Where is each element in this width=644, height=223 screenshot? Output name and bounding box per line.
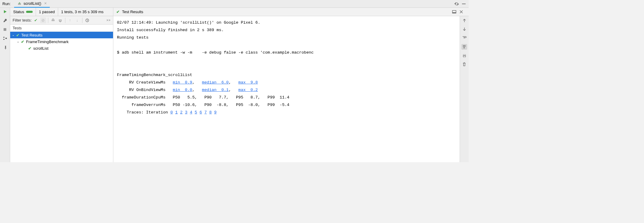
trace-link[interactable]: 0 xyxy=(170,110,173,115)
left-gutter xyxy=(0,8,10,162)
results-title: Test Results xyxy=(122,10,143,14)
svg-rect-11 xyxy=(464,56,465,57)
trace-link[interactable]: 4 xyxy=(190,110,192,115)
metric-label: RV CreateViewMs xyxy=(129,80,166,85)
stop-icon[interactable] xyxy=(3,28,7,31)
trace-link[interactable]: 9 xyxy=(214,110,216,115)
pin-icon[interactable] xyxy=(3,45,7,49)
close-panel-icon[interactable] xyxy=(459,10,463,14)
trace-link[interactable]: 1 xyxy=(175,110,177,115)
trace-link[interactable]: 5 xyxy=(195,110,197,115)
prev-fail-icon[interactable]: ↑ xyxy=(67,17,73,23)
wrench-icon[interactable] xyxy=(3,19,7,23)
overflow-icon[interactable]: >> xyxy=(106,19,111,22)
scroll-down-icon[interactable] xyxy=(462,27,467,31)
minimize-icon[interactable] xyxy=(461,1,466,6)
traces-label: Traces: Iteration xyxy=(127,110,168,115)
android-icon xyxy=(17,1,22,6)
link-median[interactable]: median 0.1 xyxy=(202,88,229,92)
check-icon: ✔ xyxy=(116,10,120,14)
trace-link[interactable]: 8 xyxy=(209,110,212,115)
metric-label: RV OnBindViewMs xyxy=(129,88,166,92)
status-cell: Status xyxy=(10,8,36,16)
center: Status 1 passed 1 tests, 3 m 35 s 309 ms… xyxy=(10,8,469,162)
link-median[interactable]: median 6.0 xyxy=(202,80,229,85)
show-passed-icon[interactable]: ✔ xyxy=(33,17,39,23)
tree-panel: Filter tests: ✔ ⊘ ↑ ↓ xyxy=(10,16,113,162)
status-pill-icon xyxy=(26,11,33,13)
status-bar: Status 1 passed 1 tests, 3 m 35 s 309 ms… xyxy=(10,8,469,16)
tab-title: scrollList() xyxy=(23,1,41,6)
run-label: Run: xyxy=(2,1,10,6)
console-line: $ adb shell am instrument -w -m -e debug… xyxy=(117,50,314,55)
run-icon[interactable] xyxy=(3,10,7,14)
chevron-down-icon[interactable]: ⌄ xyxy=(12,33,14,37)
passed-cell: 1 passed xyxy=(36,8,58,16)
next-fail-icon[interactable]: ↓ xyxy=(74,17,80,23)
titlebar: Run: scrollList() ✕ xyxy=(0,0,469,8)
trace-link[interactable]: 6 xyxy=(200,110,202,115)
tree-header: Tests xyxy=(10,25,113,32)
link-min[interactable]: min 0.0 xyxy=(173,88,192,92)
status-label: Status xyxy=(13,10,24,14)
layout-icon[interactable] xyxy=(3,36,7,40)
soft-wrap-icon[interactable] xyxy=(462,35,467,40)
check-icon: ✔ xyxy=(28,46,31,51)
metric-row: frameDurationCpuMs P50 5.5, P90 7.7, P95… xyxy=(117,95,289,100)
test-summary: 1 tests, 3 m 35 s 309 ms xyxy=(61,10,104,14)
metric-row: frameOverrunMs P50 -10.6, P90 -8.8, P95 … xyxy=(117,103,289,107)
svg-rect-1 xyxy=(462,4,466,4)
status-left: Status 1 passed 1 tests, 3 m 35 s 309 ms xyxy=(10,8,113,16)
passed-count: 1 passed xyxy=(39,10,55,14)
svg-rect-3 xyxy=(3,37,4,38)
collapse-all-icon[interactable] xyxy=(57,17,63,23)
filter-toolbar: Filter tests: ✔ ⊘ ↑ ↓ xyxy=(10,16,113,25)
close-icon[interactable]: ✕ xyxy=(44,1,47,5)
svg-rect-0 xyxy=(18,4,21,5)
tree-row-test[interactable]: ✔ scrollList xyxy=(10,45,113,51)
link-max[interactable]: max 0.2 xyxy=(238,88,258,92)
link-max[interactable]: max 9.8 xyxy=(238,80,258,85)
scroll-up-icon[interactable] xyxy=(462,19,467,23)
link-min[interactable]: min 0.9 xyxy=(173,80,192,85)
body: Filter tests: ✔ ⊘ ↑ ↓ xyxy=(10,16,469,162)
right-gutter xyxy=(460,16,469,162)
trace-link[interactable]: 2 xyxy=(180,110,183,115)
summary-cell: 1 tests, 3 m 35 s 309 ms xyxy=(58,8,113,16)
expand-all-icon[interactable] xyxy=(50,17,56,23)
tree-row-root[interactable]: ⌄ ✔ Test Results xyxy=(10,32,113,38)
trash-icon[interactable] xyxy=(462,62,466,66)
gear-icon[interactable] xyxy=(454,1,459,6)
tree-test-label: scrollList xyxy=(33,46,49,51)
svg-rect-7 xyxy=(452,12,456,13)
history-icon[interactable] xyxy=(84,17,90,23)
tree-root-label: Test Results xyxy=(21,33,43,37)
chevron-down-icon[interactable]: ⌄ xyxy=(17,40,19,43)
print-icon[interactable] xyxy=(462,54,467,58)
trace-link[interactable]: 3 xyxy=(185,110,187,115)
main: Status 1 passed 1 tests, 3 m 35 s 309 ms… xyxy=(0,8,469,162)
svg-rect-2 xyxy=(4,28,6,31)
svg-rect-9 xyxy=(463,54,466,55)
bench-name: FrameTimingBenchmark_scrollList xyxy=(117,73,192,77)
status-right: ✔ Test Results xyxy=(113,10,469,14)
show-ignored-icon[interactable]: ⊘ xyxy=(40,17,46,23)
run-config-tab[interactable]: scrollList() ✕ xyxy=(14,0,49,8)
console-line: Running tests xyxy=(117,35,148,40)
svg-rect-5 xyxy=(5,38,7,39)
console-line: Install successfully finished in 2 s 389… xyxy=(117,28,224,32)
screen-icon[interactable] xyxy=(452,10,456,14)
tree-suite-label: FrameTimingBenchmark xyxy=(26,40,69,44)
filter-label: Filter tests: xyxy=(13,18,32,22)
check-icon: ✔ xyxy=(16,33,19,37)
svg-rect-4 xyxy=(3,39,4,40)
console-line: 02/07 12:14:49: Launching 'scrollList()'… xyxy=(117,20,260,25)
tree[interactable]: ⌄ ✔ Test Results ⌄ ✔ FrameTimingBenchmar… xyxy=(10,32,113,162)
tree-header-label: Tests xyxy=(13,26,22,30)
scroll-to-end-icon[interactable] xyxy=(461,44,467,50)
tree-row-suite[interactable]: ⌄ ✔ FrameTimingBenchmark xyxy=(10,38,113,45)
console[interactable]: 02/07 12:14:49: Launching 'scrollList()'… xyxy=(113,16,460,162)
check-icon: ✔ xyxy=(21,40,24,44)
trace-link[interactable]: 7 xyxy=(204,110,207,115)
